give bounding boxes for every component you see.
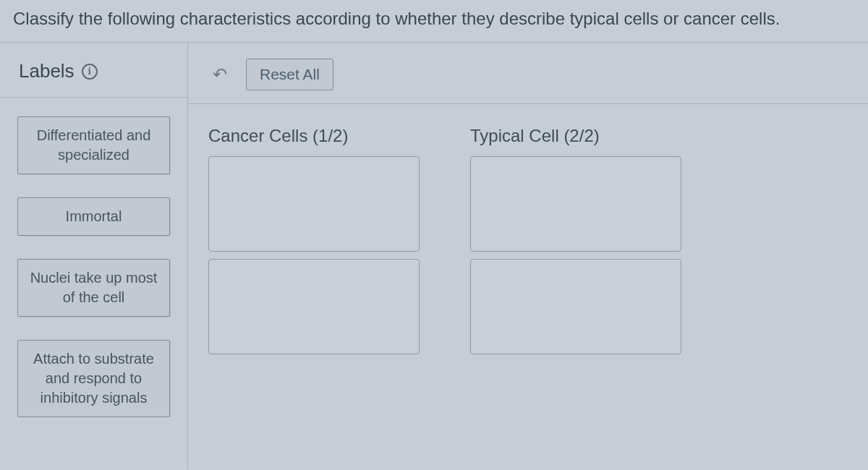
reset-all-button[interactable]: Reset All <box>246 59 333 90</box>
undo-button[interactable]: ↶ <box>204 59 236 90</box>
labels-title: Labels <box>19 60 75 82</box>
label-chip[interactable]: Differentiated and specialized <box>17 116 170 174</box>
info-icon[interactable]: i <box>82 64 98 80</box>
undo-icon: ↶ <box>213 64 227 85</box>
labels-list: Differentiated and specialized Immortal … <box>0 98 187 417</box>
drop-slot[interactable] <box>470 156 681 252</box>
drop-column-cancer: Cancer Cells (1/2) <box>208 126 420 354</box>
labels-panel: Labels i Differentiated and specialized … <box>0 43 188 469</box>
label-chip[interactable]: Nuclei take up most of the cell <box>17 259 170 317</box>
drop-slot[interactable] <box>208 156 420 252</box>
drop-column-title: Typical Cell (2/2) <box>470 126 681 146</box>
label-chip[interactable]: Immortal <box>17 197 170 236</box>
drop-slots <box>470 156 681 354</box>
drop-slot[interactable] <box>470 259 681 354</box>
drop-columns: Cancer Cells (1/2) Typical Cell (2/2) <box>188 104 868 354</box>
drop-panel: ↶ Reset All Cancer Cells (1/2) Typical C… <box>188 43 868 469</box>
drop-slot[interactable] <box>208 259 420 354</box>
labels-header: Labels i <box>0 43 187 98</box>
drop-slots <box>208 156 420 354</box>
drop-toolbar: ↶ Reset All <box>188 43 868 104</box>
drop-column-title: Cancer Cells (1/2) <box>208 126 420 146</box>
drop-column-typical: Typical Cell (2/2) <box>470 126 681 354</box>
label-chip[interactable]: Attach to substrate and respond to inhib… <box>17 340 170 417</box>
question-instruction: Classify the following characteristics a… <box>0 0 868 43</box>
workarea: Labels i Differentiated and specialized … <box>0 43 868 469</box>
